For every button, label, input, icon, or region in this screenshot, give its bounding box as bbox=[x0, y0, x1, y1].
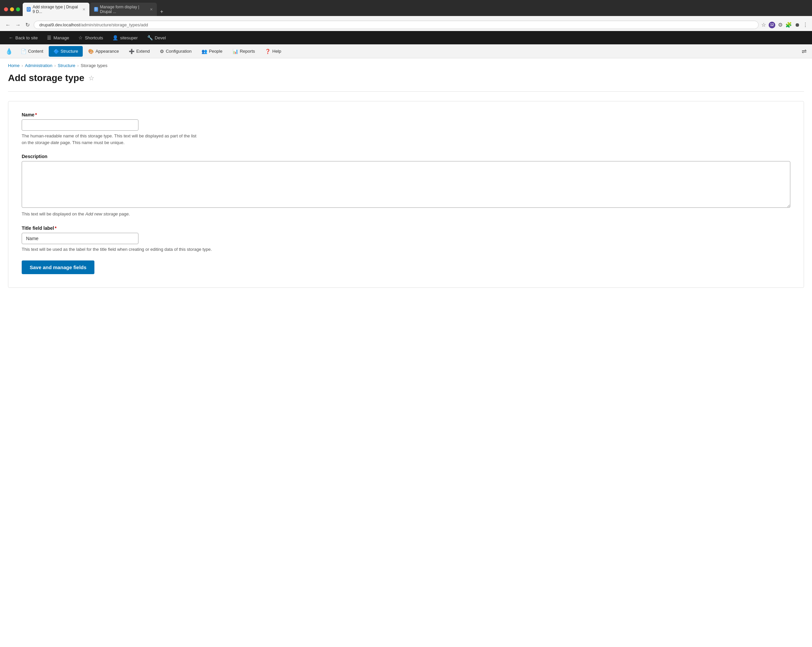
content-icon: 📄 bbox=[21, 49, 26, 54]
tab-close-2[interactable]: ✕ bbox=[150, 7, 153, 12]
page-title: Add storage type bbox=[8, 73, 84, 83]
nav-extend-label: Extend bbox=[136, 49, 150, 54]
name-help-text: The human-readable name of this storage … bbox=[22, 133, 790, 146]
nav-help-label: Help bbox=[272, 49, 281, 54]
tab-title-2: Manage form display | Drupal ... bbox=[100, 5, 147, 14]
breadcrumb-current: Storage types bbox=[81, 63, 107, 68]
nav-reports[interactable]: 📊 Reports bbox=[228, 46, 260, 57]
nav-expand-icon[interactable]: ⇌ bbox=[802, 48, 807, 55]
star-toolbar-icon: ☆ bbox=[78, 35, 83, 40]
config-icon: ⚙ bbox=[160, 49, 164, 54]
title-field-required: * bbox=[55, 226, 56, 231]
breadcrumb-home[interactable]: Home bbox=[8, 63, 20, 68]
name-required: * bbox=[35, 112, 37, 117]
breadcrumb-structure[interactable]: Structure bbox=[58, 63, 75, 68]
content-wrapper: Home › Administration › Structure › Stor… bbox=[0, 58, 812, 647]
help-icon: ❓ bbox=[265, 49, 270, 54]
reports-icon: 📊 bbox=[232, 49, 238, 54]
settings-icon[interactable]: ⚙ bbox=[778, 22, 783, 28]
description-help-text: This text will be displayed on the Add n… bbox=[22, 211, 790, 217]
traffic-lights bbox=[4, 7, 20, 11]
user-icon: 👤 bbox=[113, 35, 118, 40]
address-bar: ← → ↻ drupal9.dev.localhost/admin/struct… bbox=[0, 19, 812, 31]
save-and-manage-fields-button[interactable]: Save and manage fields bbox=[22, 261, 95, 274]
bookmark-icon[interactable]: ☆ bbox=[761, 22, 766, 28]
description-textarea[interactable] bbox=[22, 161, 790, 208]
nav-content[interactable]: 📄 Content bbox=[16, 46, 48, 57]
breadcrumb: Home › Administration › Structure › Stor… bbox=[0, 58, 812, 73]
nav-reports-label: Reports bbox=[240, 49, 255, 54]
browser-tab-active[interactable]: D Add storage type | Drupal 9 D... ✕ bbox=[23, 3, 89, 16]
drupal-nav: 💧 📄 Content 🔷 Structure 🎨 Appearance ➕ E… bbox=[0, 44, 812, 58]
tab-close-1[interactable]: ✕ bbox=[82, 7, 85, 12]
name-input[interactable] bbox=[22, 119, 139, 131]
user-label: sitesuper bbox=[120, 35, 138, 40]
nav-structure[interactable]: 🔷 Structure bbox=[49, 46, 83, 57]
nav-appearance[interactable]: 🎨 Appearance bbox=[83, 46, 124, 57]
manage-button[interactable]: ☰ Manage bbox=[44, 33, 72, 42]
url-domain: drupal9.dev.localhost bbox=[40, 22, 80, 27]
main-content: Add storage type ☆ Name* The human-reada… bbox=[0, 73, 812, 309]
manage-label: Manage bbox=[53, 35, 69, 40]
refresh-button[interactable]: ↻ bbox=[24, 21, 31, 29]
tab-title-1: Add storage type | Drupal 9 D... bbox=[33, 5, 79, 14]
back-to-site-label: Back to site bbox=[15, 35, 38, 40]
nav-appearance-label: Appearance bbox=[95, 49, 119, 54]
url-path: /admin/structure/storage_types/add bbox=[80, 22, 148, 27]
extend-icon: ➕ bbox=[129, 49, 134, 54]
traffic-light-minimize[interactable] bbox=[10, 7, 14, 11]
bookmark-page-icon[interactable]: ☆ bbox=[89, 74, 95, 82]
drupal-logo: 💧 bbox=[5, 48, 13, 55]
tab-favicon-2: D bbox=[94, 7, 98, 12]
more-menu-icon[interactable]: ⋮ bbox=[803, 22, 808, 28]
nav-people[interactable]: 👥 People bbox=[197, 46, 227, 57]
user-avatar-badge[interactable]: 12 bbox=[769, 22, 775, 28]
record-icon[interactable]: ⏺ bbox=[795, 22, 800, 28]
breadcrumb-sep-3: › bbox=[78, 63, 79, 68]
menu-icon: ☰ bbox=[47, 35, 51, 40]
browser-chrome: D Add storage type | Drupal 9 D... ✕ D M… bbox=[0, 0, 812, 16]
traffic-light-maximize[interactable] bbox=[16, 7, 20, 11]
nav-configuration-label: Configuration bbox=[166, 49, 191, 54]
devel-label: Devel bbox=[155, 35, 166, 40]
page-title-row: Add storage type ☆ bbox=[8, 73, 804, 83]
back-button[interactable]: ← bbox=[4, 21, 12, 29]
nav-help[interactable]: ❓ Help bbox=[260, 46, 286, 57]
name-field-group: Name* The human-readable name of this st… bbox=[22, 112, 790, 146]
nav-people-label: People bbox=[209, 49, 222, 54]
nav-extend[interactable]: ➕ Extend bbox=[124, 46, 154, 57]
title-field-label-group: Title field label* This text will be use… bbox=[22, 226, 790, 253]
arrow-left-icon: ← bbox=[9, 35, 13, 40]
title-field-help-text: This text will be used as the label for … bbox=[22, 246, 790, 253]
form-card: Name* The human-readable name of this st… bbox=[8, 101, 804, 288]
title-field-input[interactable] bbox=[22, 233, 139, 244]
user-button[interactable]: 👤 sitesuper bbox=[109, 33, 141, 42]
url-bar[interactable]: drupal9.dev.localhost/admin/structure/st… bbox=[34, 21, 759, 29]
traffic-light-close[interactable] bbox=[4, 7, 8, 11]
browser-actions: ☆ 12 ⚙ 🧩 ⏺ ⋮ bbox=[761, 22, 808, 28]
title-field-label: Title field label* bbox=[22, 226, 790, 231]
nav-content-label: Content bbox=[28, 49, 43, 54]
shortcuts-button[interactable]: ☆ Shortcuts bbox=[75, 33, 107, 42]
structure-icon: 🔷 bbox=[53, 49, 59, 54]
description-label: Description bbox=[22, 154, 790, 159]
breadcrumb-sep-1: › bbox=[22, 63, 23, 68]
forward-button[interactable]: → bbox=[14, 21, 22, 29]
appearance-icon: 🎨 bbox=[88, 49, 94, 54]
name-label: Name* bbox=[22, 112, 790, 117]
shortcuts-label: Shortcuts bbox=[85, 35, 103, 40]
devel-icon: 🔧 bbox=[147, 35, 153, 40]
browser-tab-2[interactable]: D Manage form display | Drupal ... ✕ bbox=[90, 3, 157, 16]
extension-icon[interactable]: 🧩 bbox=[785, 22, 792, 28]
nav-structure-label: Structure bbox=[61, 49, 78, 54]
devel-button[interactable]: 🔧 Devel bbox=[144, 33, 169, 42]
url-text: drupal9.dev.localhost/admin/structure/st… bbox=[40, 22, 753, 27]
new-tab-button[interactable]: + bbox=[157, 7, 166, 16]
nav-buttons: ← → ↻ bbox=[4, 21, 31, 29]
nav-configuration[interactable]: ⚙ Configuration bbox=[155, 46, 196, 57]
admin-toolbar: ← Back to site ☰ Manage ☆ Shortcuts 👤 si… bbox=[0, 31, 812, 44]
breadcrumb-administration[interactable]: Administration bbox=[25, 63, 52, 68]
description-field-group: Description This text will be displayed … bbox=[22, 154, 790, 217]
back-to-site-button[interactable]: ← Back to site bbox=[5, 33, 41, 42]
people-icon: 👥 bbox=[201, 49, 207, 54]
